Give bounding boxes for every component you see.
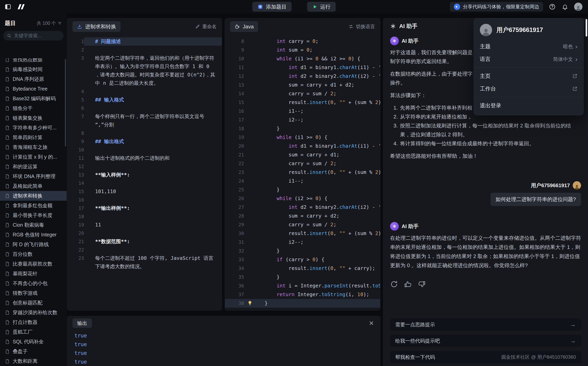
code-line[interactable]: 18 } [225,124,380,133]
code-line[interactable]: 25 } [225,185,380,194]
code-line[interactable]: 31 i2--; [225,238,380,246]
code-line[interactable]: 27 int d2 = binary2.charAt(i2) - '0'; [225,203,380,212]
markdown-line[interactable]: 17**输出样例**: [67,204,222,212]
markdown-line[interactable]: 2 [67,46,222,54]
markdown-line[interactable]: 8 [67,129,222,137]
markdown-line[interactable]: 22 [67,246,222,254]
sidebar-item[interactable]: Base32 编码和解码 [0,94,67,103]
menu-item-home[interactable]: 主页 [474,70,583,82]
promo-banner[interactable]: 分享代码练习体验，领限量定制周边 [450,2,543,12]
code-line[interactable]: 37 return Integer.toString(i, 10); [225,290,380,299]
code-line[interactable]: 21 sum = carry + d1; [225,151,380,159]
code-line[interactable]: 38 } [225,299,380,308]
sidebar-item[interactable]: DNA 序列还原 [0,74,67,84]
user-avatar[interactable] [574,3,582,11]
code-line[interactable]: 13 sum = carry + d1 + d2; [225,81,380,89]
markdown-line[interactable]: 15101,110 [67,187,222,196]
code-line[interactable]: 33 if (carry > 0) { [225,255,380,264]
sidebar-item[interactable]: 叠盘子 [0,347,67,356]
code-line[interactable]: 30 result.insert(0, "" + (sum % 2)); [225,229,380,238]
markdown-line[interactable]: 1911 [67,221,222,229]
code-line[interactable]: 23 result.insert(0, "" + (sum % 2)); [225,168,380,177]
markdown-line[interactable]: 6 [67,104,222,112]
run-button[interactable]: 运行 [307,2,336,12]
sidebar-item[interactable]: 青海湖租车之旅 [0,142,67,152]
markdown-line[interactable]: 18 [67,212,222,221]
code-line[interactable]: 14 carry = sum / 2; [225,89,380,98]
markdown-line[interactable]: 12 [67,162,222,171]
code-line[interactable]: 20 int d1 = binary1.charAt(i1) - '0'; [225,142,380,151]
sidebar-item[interactable]: 查找热点数据 [0,58,67,64]
sidebar-item[interactable]: 暴雨梨花针 [0,269,67,278]
sidebar-item[interactable]: 创意标题匹配 [0,298,67,308]
sidebar-item[interactable]: 字符串有多少种可... [0,123,67,133]
sidebar-item[interactable]: 比赛最高获胜次数 [0,259,67,269]
markdown-line[interactable]: 16 [67,196,222,204]
code-line[interactable]: 19 while (i1 >= 0) { [225,133,380,142]
sidebar-item[interactable]: 及格如此简单 [0,181,67,191]
sidebar-item[interactable]: 打点计数器 [0,317,67,327]
menu-item-workbench[interactable]: 工作台 [474,82,583,95]
suggestion-button[interactable]: 给我一些代码提示吧→ [390,335,581,347]
sidebar-item[interactable]: 计算位置 x 到 y 的... [0,152,67,162]
notifications-bell-icon[interactable] [561,3,569,10]
code-line[interactable]: 28 sum = carry + d2; [225,212,380,220]
markdown-line[interactable]: 11输出十进制格式的两个二进制的和 [67,154,222,162]
sidebar-item[interactable]: 环状 DNA 序列整理 [0,171,67,181]
switch-language-button[interactable]: 切换语言 [348,23,375,30]
markdown-line[interactable]: 7每个样例只有一行，两个二进制字符串以英文逗号 “,”分割 [67,112,222,129]
regenerate-icon[interactable] [390,280,398,288]
sidebar-item[interactable]: 进制求和转换 [0,191,67,201]
lightbulb-icon[interactable] [247,300,253,306]
help-icon[interactable] [549,3,556,10]
sidebar-item[interactable]: 和的逆运算 [0,162,67,171]
sidebar-item[interactable]: SQL 代码补全 [0,337,67,347]
sidebar-item[interactable]: 猫鱼分干 [0,103,67,113]
thumbs-up-icon[interactable] [404,280,412,288]
sidebar-item[interactable]: 百分位数 [0,249,67,259]
markdown-line[interactable]: 9## 输出格式 [67,137,222,146]
sidebar-item[interactable]: RGB 色值转 Integer [0,230,67,240]
sidebar-item[interactable]: 蛋糕工厂 [0,327,67,337]
code-line[interactable]: 15 result.insert(0, "" + (sum % 2)); [225,98,380,107]
code-editor[interactable]: 8 int carry = 0;9 int sum = 0;10 while (… [225,35,380,310]
sidebar-item[interactable]: 不再贪心的小包 [0,278,67,288]
markdown-line[interactable]: 3给定两个二进制字符串，返回他们的和（用十进制字符串表示）。输入为非空字符串且只… [67,54,222,87]
sidebar-item[interactable]: 最小替换子串长度 [0,210,67,220]
sidebar-item[interactable]: 猜数字游戏 [0,288,67,298]
markdown-line[interactable]: 20 [67,229,222,237]
sidebar-item[interactable]: 大数和距离 [0,356,67,366]
suggestion-button[interactable]: 需要一点思路提示→ [390,318,581,331]
sidebar-item[interactable]: 拿到最多红包金额 [0,201,67,210]
code-line[interactable]: 17 i2--; [225,115,380,124]
code-line[interactable]: 22 carry = sum / 2; [225,159,380,168]
sidebar-item[interactable]: 阿 D 的飞行路线 [0,240,67,249]
language-tab[interactable]: Java [230,21,258,32]
sidebar-item[interactable]: Cion 勒索病毒 [0,220,67,230]
code-line[interactable]: 24 i1--; [225,177,380,185]
search-box[interactable] [3,31,63,40]
app-logo[interactable] [15,3,26,10]
sidebar-item[interactable]: 链表聚集交换 [0,113,67,123]
code-line[interactable]: 8 int carry = 0; [225,37,380,46]
markdown-line[interactable]: 21**数据范围**: [67,237,222,246]
menu-item-theme[interactable]: 主题 暗色 › [474,40,583,53]
code-line[interactable]: 34 result.insert(0, "" + carry); [225,264,380,273]
code-line[interactable]: 12 int d2 = binary2.charAt(i2) - '0'; [225,72,380,81]
menu-item-language[interactable]: 语言 简体中文 › [474,53,583,66]
markdown-line[interactable]: 1# 问题描述 [67,37,222,46]
markdown-line[interactable]: 13**输入样例**: [67,171,222,179]
rename-button[interactable]: 重命名 [195,23,217,30]
code-line[interactable]: 9 int sum = 0; [225,46,380,54]
search-input[interactable] [14,33,60,38]
sidebar-item[interactable]: 病毒感染时间 [0,64,67,74]
problem-tab[interactable]: 进制求和转换 [72,21,121,32]
filter-icon[interactable] [58,21,62,25]
ai-panel-scrollbar[interactable] [586,19,587,37]
add-problem-button[interactable]: 添加题目 [252,2,292,12]
code-line[interactable]: 36 int i = Integer.parseInt(result.toStr… [225,282,380,290]
code-line[interactable]: 11 int d1 = binary1.charAt(i1) - '0'; [225,63,380,72]
code-line[interactable]: 35 } [225,273,380,282]
code-line[interactable]: 39 [225,308,380,310]
close-icon[interactable] [368,320,375,327]
